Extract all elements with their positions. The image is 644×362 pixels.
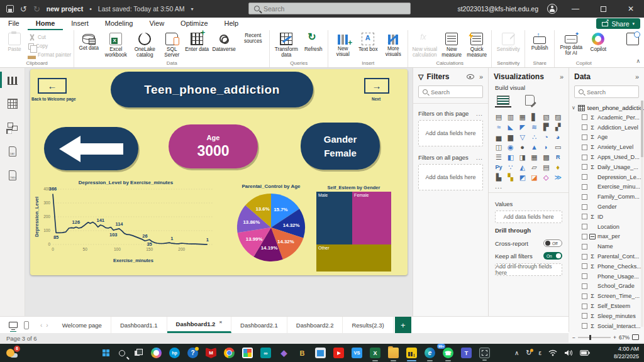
chrome-icon[interactable] [224, 348, 235, 358]
wifi-icon[interactable] [548, 349, 557, 356]
edge-icon[interactable]: e [425, 348, 435, 358]
data-pane-scrollbar[interactable] [641, 101, 643, 327]
field-checkbox[interactable] [582, 293, 587, 299]
more-visual-options-icon[interactable]: ... [489, 182, 569, 190]
copy-button[interactable]: Copy [28, 43, 71, 50]
field-checkbox[interactable] [582, 304, 587, 309]
file-explorer-icon[interactable] [388, 348, 399, 358]
field-row[interactable]: School_Grade [569, 282, 644, 292]
big-back-arrow-button[interactable] [44, 127, 138, 170]
menu-view[interactable]: View [141, 18, 172, 30]
excel-app-icon[interactable]: X [370, 348, 380, 358]
field-row[interactable]: ΣAge [569, 133, 644, 143]
format-visual-tab[interactable] [521, 94, 538, 107]
enter-data-button[interactable]: Enter data [185, 32, 209, 52]
filters-page-dropzone[interactable]: Add data fields here [418, 120, 483, 146]
arduino-icon[interactable]: ∞ [260, 348, 271, 358]
stacked-area-chart-icon[interactable]: ◤ [518, 123, 528, 132]
field-checkbox[interactable] [582, 194, 587, 200]
treemap-icon[interactable]: ◫ [494, 143, 504, 152]
field-checkbox[interactable] [582, 155, 587, 160]
gender-card[interactable]: Gander Female [301, 123, 380, 170]
gauge-icon[interactable]: ◗ [541, 143, 551, 152]
treemap-node-other[interactable]: Other [316, 244, 391, 272]
sensitivity-button[interactable]: Sensitivity [494, 32, 522, 52]
multi-row-card-icon[interactable]: ☰ [494, 153, 504, 162]
publish-button[interactable]: Publish [528, 32, 552, 51]
stacked-column-chart-icon[interactable]: ▦ [518, 112, 528, 122]
power-automate-icon[interactable]: ≫ [553, 173, 563, 182]
field-checkbox[interactable] [582, 134, 587, 140]
arcgis-map-icon[interactable]: ◩ [518, 173, 528, 182]
global-search[interactable] [248, 3, 411, 14]
treemap-node-male[interactable]: Male [316, 192, 352, 244]
refresh-button[interactable]: Refresh [301, 32, 325, 52]
more-visuals-button[interactable]: More visuals [381, 32, 405, 58]
metrics-icon[interactable]: ♦ [553, 163, 563, 172]
field-checkbox[interactable] [582, 313, 587, 319]
recent-sources-button[interactable]: Recent sources [239, 32, 267, 45]
hidden-icons-chevron[interactable]: ∧ [514, 349, 519, 356]
snipping-tool-icon[interactable] [479, 348, 490, 358]
table-icon[interactable]: ▦ [530, 153, 540, 162]
collapse-data-icon[interactable]: » [635, 73, 639, 80]
build-visual-tab[interactable] [495, 94, 511, 107]
microsoft-store-icon[interactable] [315, 348, 326, 358]
stacked-bar-chart-icon[interactable]: ▤ [494, 112, 504, 122]
field-checkbox[interactable] [582, 145, 587, 150]
pie-chart-visual[interactable]: Parental_Control by Age 15.7%14.32%14.32… [219, 184, 323, 273]
undo-icon[interactable]: ↺ [20, 4, 27, 14]
mcafee-icon[interactable]: M [206, 348, 216, 358]
search-input[interactable] [264, 5, 389, 13]
task-view-icon[interactable] [133, 348, 143, 358]
next-button[interactable]: → [364, 78, 389, 94]
field-row[interactable]: Depression_Le... [569, 172, 644, 182]
field-checkbox[interactable] [582, 214, 587, 219]
expand-table-icon[interactable]: ∨ [572, 105, 575, 111]
field-row[interactable]: Name [569, 241, 644, 251]
cross-report-toggle[interactable]: Off [543, 239, 562, 247]
r-script-visual-icon[interactable]: R [553, 153, 563, 162]
field-checkbox[interactable] [582, 224, 587, 229]
field-checkbox[interactable] [582, 184, 587, 190]
field-checkbox[interactable] [582, 323, 587, 329]
text-box-button[interactable]: Text box [356, 32, 380, 52]
power-bi-app-icon[interactable] [406, 348, 417, 358]
power-apps-icon[interactable]: ◇ [541, 173, 551, 182]
ribbon-chart-icon[interactable]: ≋ [530, 123, 540, 132]
menu-file[interactable]: File [0, 18, 28, 30]
close-button[interactable]: ✕ [621, 0, 640, 18]
page-tab[interactable]: Welcome page [53, 317, 111, 333]
donut-chart-icon[interactable]: ◕ [553, 133, 563, 142]
python-visual-icon[interactable]: Py [494, 163, 504, 172]
data-search[interactable] [574, 85, 639, 98]
area-chart-icon[interactable]: ◣ [506, 123, 516, 132]
menu-modeling[interactable]: Modeling [97, 18, 142, 30]
new-page-button[interactable]: + [395, 317, 411, 333]
funnel-icon[interactable]: ▽ [518, 133, 528, 142]
zoom-in-icon[interactable]: + [613, 334, 616, 341]
drill-through-dropzone[interactable]: Add drill-through fields here [495, 263, 562, 276]
tmdl-view-button[interactable] [0, 163, 25, 187]
prep-data-for-ai-button[interactable]: Prep data for AI [557, 32, 585, 57]
clustered-bar-chart-icon[interactable]: ▥ [506, 112, 516, 122]
field-checkbox[interactable] [582, 263, 587, 269]
paginated-report-icon[interactable]: ◪ [530, 173, 540, 182]
field-row[interactable]: ΣParental_Cont... [569, 251, 644, 261]
card-icon[interactable]: ▭ [553, 143, 563, 152]
battery-icon[interactable] [580, 350, 590, 356]
line-and-clustered-column-chart-icon[interactable]: ▆ [506, 133, 516, 142]
b-app-icon[interactable]: B [297, 348, 308, 358]
clustered-column-chart-icon[interactable]: ▋ [530, 112, 540, 122]
redo-icon[interactable]: ↻ [33, 4, 40, 14]
previous-page-icon[interactable]: ‹ [40, 322, 42, 329]
field-row[interactable]: ΣApps_Used_D... [569, 152, 644, 162]
filters-page-more-icon[interactable]: ... [476, 110, 483, 117]
100-stacked-column-chart-icon[interactable]: ▨ [553, 112, 563, 122]
collapse-ribbon-icon[interactable]: ∧ [636, 58, 640, 64]
azure-map-icon[interactable]: ▲ [530, 143, 540, 152]
account-avatar[interactable] [547, 4, 557, 14]
field-row[interactable]: Phone_Usage... [569, 272, 644, 282]
filters-all-more-icon[interactable]: ... [476, 154, 483, 161]
page-tab[interactable]: Results(2.3) [343, 317, 393, 333]
